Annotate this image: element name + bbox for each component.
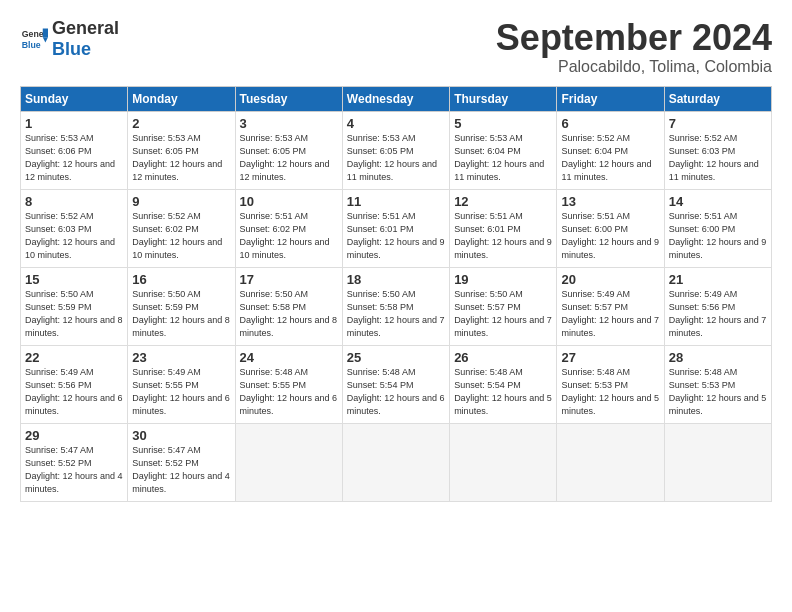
- day-number: 14: [669, 194, 767, 209]
- col-thursday: Thursday: [450, 86, 557, 111]
- day-number: 18: [347, 272, 445, 287]
- calendar-cell: 18 Sunrise: 5:50 AMSunset: 5:58 PMDaylig…: [342, 267, 449, 345]
- col-saturday: Saturday: [664, 86, 771, 111]
- col-wednesday: Wednesday: [342, 86, 449, 111]
- cell-info: Sunrise: 5:49 AMSunset: 5:55 PMDaylight:…: [132, 367, 230, 416]
- calendar-cell: 29 Sunrise: 5:47 AMSunset: 5:52 PMDaylig…: [21, 423, 128, 501]
- cell-info: Sunrise: 5:49 AMSunset: 5:56 PMDaylight:…: [25, 367, 123, 416]
- calendar-cell: 23 Sunrise: 5:49 AMSunset: 5:55 PMDaylig…: [128, 345, 235, 423]
- col-tuesday: Tuesday: [235, 86, 342, 111]
- day-number: 26: [454, 350, 552, 365]
- cell-info: Sunrise: 5:50 AMSunset: 5:57 PMDaylight:…: [454, 289, 552, 338]
- day-number: 2: [132, 116, 230, 131]
- cell-info: Sunrise: 5:49 AMSunset: 5:56 PMDaylight:…: [669, 289, 767, 338]
- calendar-cell: 30 Sunrise: 5:47 AMSunset: 5:52 PMDaylig…: [128, 423, 235, 501]
- day-number: 30: [132, 428, 230, 443]
- cell-info: Sunrise: 5:52 AMSunset: 6:02 PMDaylight:…: [132, 211, 222, 260]
- cell-info: Sunrise: 5:48 AMSunset: 5:55 PMDaylight:…: [240, 367, 338, 416]
- col-sunday: Sunday: [21, 86, 128, 111]
- cell-info: Sunrise: 5:53 AMSunset: 6:05 PMDaylight:…: [240, 133, 330, 182]
- day-number: 5: [454, 116, 552, 131]
- calendar-cell: 15 Sunrise: 5:50 AMSunset: 5:59 PMDaylig…: [21, 267, 128, 345]
- calendar-cell: [450, 423, 557, 501]
- day-number: 9: [132, 194, 230, 209]
- cell-info: Sunrise: 5:52 AMSunset: 6:03 PMDaylight:…: [25, 211, 115, 260]
- calendar-cell: 9 Sunrise: 5:52 AMSunset: 6:02 PMDayligh…: [128, 189, 235, 267]
- calendar-cell: 11 Sunrise: 5:51 AMSunset: 6:01 PMDaylig…: [342, 189, 449, 267]
- calendar-week-5: 29 Sunrise: 5:47 AMSunset: 5:52 PMDaylig…: [21, 423, 772, 501]
- calendar-cell: 12 Sunrise: 5:51 AMSunset: 6:01 PMDaylig…: [450, 189, 557, 267]
- cell-info: Sunrise: 5:53 AMSunset: 6:05 PMDaylight:…: [132, 133, 222, 182]
- day-number: 12: [454, 194, 552, 209]
- calendar-cell: 10 Sunrise: 5:51 AMSunset: 6:02 PMDaylig…: [235, 189, 342, 267]
- day-number: 21: [669, 272, 767, 287]
- cell-info: Sunrise: 5:49 AMSunset: 5:57 PMDaylight:…: [561, 289, 659, 338]
- day-number: 28: [669, 350, 767, 365]
- calendar-cell: 26 Sunrise: 5:48 AMSunset: 5:54 PMDaylig…: [450, 345, 557, 423]
- day-number: 23: [132, 350, 230, 365]
- cell-info: Sunrise: 5:52 AMSunset: 6:04 PMDaylight:…: [561, 133, 651, 182]
- logo: General Blue General Blue: [20, 18, 119, 60]
- calendar-cell: 16 Sunrise: 5:50 AMSunset: 5:59 PMDaylig…: [128, 267, 235, 345]
- calendar-week-2: 8 Sunrise: 5:52 AMSunset: 6:03 PMDayligh…: [21, 189, 772, 267]
- day-number: 8: [25, 194, 123, 209]
- calendar-cell: 24 Sunrise: 5:48 AMSunset: 5:55 PMDaylig…: [235, 345, 342, 423]
- calendar-cell: [557, 423, 664, 501]
- day-number: 29: [25, 428, 123, 443]
- day-number: 3: [240, 116, 338, 131]
- calendar-cell: 8 Sunrise: 5:52 AMSunset: 6:03 PMDayligh…: [21, 189, 128, 267]
- day-number: 17: [240, 272, 338, 287]
- calendar-week-1: 1 Sunrise: 5:53 AMSunset: 6:06 PMDayligh…: [21, 111, 772, 189]
- calendar-cell: 25 Sunrise: 5:48 AMSunset: 5:54 PMDaylig…: [342, 345, 449, 423]
- cell-info: Sunrise: 5:53 AMSunset: 6:05 PMDaylight:…: [347, 133, 437, 182]
- calendar-cell: [235, 423, 342, 501]
- calendar-cell: [664, 423, 771, 501]
- calendar-cell: 1 Sunrise: 5:53 AMSunset: 6:06 PMDayligh…: [21, 111, 128, 189]
- col-friday: Friday: [557, 86, 664, 111]
- day-number: 4: [347, 116, 445, 131]
- calendar-cell: 28 Sunrise: 5:48 AMSunset: 5:53 PMDaylig…: [664, 345, 771, 423]
- day-number: 13: [561, 194, 659, 209]
- day-number: 10: [240, 194, 338, 209]
- calendar-cell: [342, 423, 449, 501]
- day-number: 24: [240, 350, 338, 365]
- subtitle: Palocabildo, Tolima, Colombia: [496, 58, 772, 76]
- calendar-cell: 4 Sunrise: 5:53 AMSunset: 6:05 PMDayligh…: [342, 111, 449, 189]
- day-number: 7: [669, 116, 767, 131]
- calendar-cell: 6 Sunrise: 5:52 AMSunset: 6:04 PMDayligh…: [557, 111, 664, 189]
- svg-marker-2: [43, 29, 48, 38]
- day-number: 1: [25, 116, 123, 131]
- logo-icon: General Blue: [20, 25, 48, 53]
- cell-info: Sunrise: 5:47 AMSunset: 5:52 PMDaylight:…: [25, 445, 123, 494]
- cell-info: Sunrise: 5:48 AMSunset: 5:53 PMDaylight:…: [669, 367, 767, 416]
- day-number: 6: [561, 116, 659, 131]
- cell-info: Sunrise: 5:51 AMSunset: 6:02 PMDaylight:…: [240, 211, 330, 260]
- calendar-cell: 22 Sunrise: 5:49 AMSunset: 5:56 PMDaylig…: [21, 345, 128, 423]
- day-number: 19: [454, 272, 552, 287]
- calendar-cell: 19 Sunrise: 5:50 AMSunset: 5:57 PMDaylig…: [450, 267, 557, 345]
- cell-info: Sunrise: 5:48 AMSunset: 5:54 PMDaylight:…: [454, 367, 552, 416]
- day-number: 11: [347, 194, 445, 209]
- day-number: 25: [347, 350, 445, 365]
- logo-blue: Blue: [52, 39, 91, 59]
- cell-info: Sunrise: 5:48 AMSunset: 5:54 PMDaylight:…: [347, 367, 445, 416]
- cell-info: Sunrise: 5:50 AMSunset: 5:59 PMDaylight:…: [132, 289, 230, 338]
- calendar-cell: 27 Sunrise: 5:48 AMSunset: 5:53 PMDaylig…: [557, 345, 664, 423]
- calendar-cell: 20 Sunrise: 5:49 AMSunset: 5:57 PMDaylig…: [557, 267, 664, 345]
- calendar-table: Sunday Monday Tuesday Wednesday Thursday…: [20, 86, 772, 502]
- calendar-cell: 2 Sunrise: 5:53 AMSunset: 6:05 PMDayligh…: [128, 111, 235, 189]
- calendar-cell: 3 Sunrise: 5:53 AMSunset: 6:05 PMDayligh…: [235, 111, 342, 189]
- day-number: 16: [132, 272, 230, 287]
- cell-info: Sunrise: 5:53 AMSunset: 6:04 PMDaylight:…: [454, 133, 544, 182]
- calendar-cell: 13 Sunrise: 5:51 AMSunset: 6:00 PMDaylig…: [557, 189, 664, 267]
- cell-info: Sunrise: 5:50 AMSunset: 5:59 PMDaylight:…: [25, 289, 123, 338]
- header-row: Sunday Monday Tuesday Wednesday Thursday…: [21, 86, 772, 111]
- calendar-week-4: 22 Sunrise: 5:49 AMSunset: 5:56 PMDaylig…: [21, 345, 772, 423]
- calendar-cell: 17 Sunrise: 5:50 AMSunset: 5:58 PMDaylig…: [235, 267, 342, 345]
- cell-info: Sunrise: 5:50 AMSunset: 5:58 PMDaylight:…: [347, 289, 445, 338]
- title-area: September 2024 Palocabildo, Tolima, Colo…: [496, 18, 772, 76]
- page: General Blue General Blue September 2024…: [0, 0, 792, 612]
- cell-info: Sunrise: 5:52 AMSunset: 6:03 PMDaylight:…: [669, 133, 759, 182]
- cell-info: Sunrise: 5:50 AMSunset: 5:58 PMDaylight:…: [240, 289, 338, 338]
- cell-info: Sunrise: 5:51 AMSunset: 6:01 PMDaylight:…: [347, 211, 445, 260]
